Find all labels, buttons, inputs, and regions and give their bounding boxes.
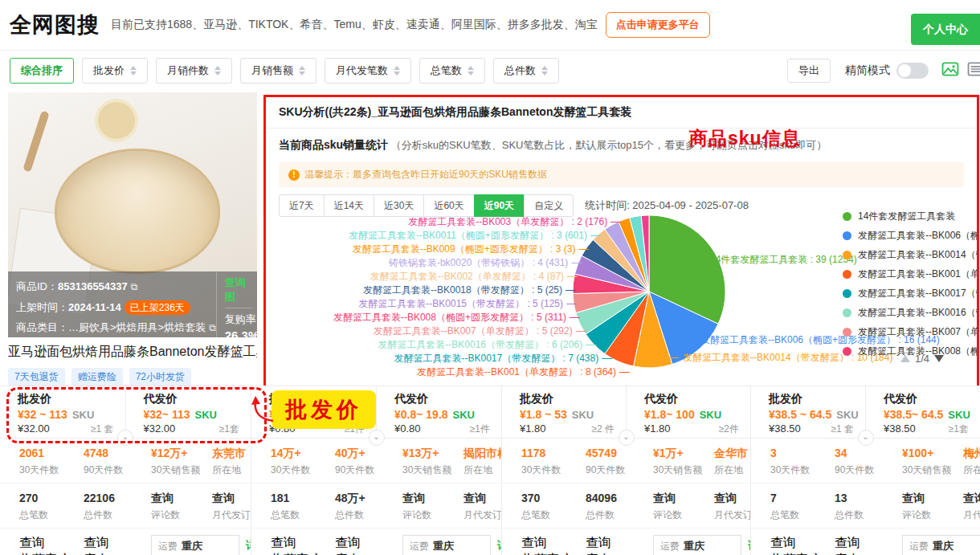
sort-tab-月代发笔数[interactable]: 月代发笔数 bbox=[325, 58, 411, 84]
copy-icon[interactable]: ⧉ bbox=[209, 318, 216, 337]
expand-chevron-button[interactable]: ⌄ bbox=[858, 430, 874, 446]
stat-value[interactable]: 查询 bbox=[835, 535, 902, 552]
pie-label-leader bbox=[602, 358, 612, 359]
stat-value[interactable]: 查询 bbox=[19, 535, 84, 552]
sku-link[interactable]: SKU bbox=[948, 409, 970, 421]
date-tab-近14天[interactable]: 近14天 bbox=[324, 194, 374, 217]
stat-value[interactable]: 查询 bbox=[335, 535, 402, 552]
date-tab-近7天[interactable]: 近7天 bbox=[279, 194, 325, 217]
sort-tab-月销件数[interactable]: 月销件数 bbox=[156, 58, 232, 84]
freight-input[interactable]: 运费重庆 bbox=[653, 535, 741, 555]
stat-label: 90天件数 bbox=[84, 463, 151, 477]
category-value: …厨饮具>烘焙用具>烘焙套装 bbox=[68, 321, 206, 333]
legend-item[interactable]: 发酵篮工具套装--BK006（椭圆+圆形发酵篮） bbox=[843, 229, 979, 243]
stats-row-actions: 查询收藏客户查询库存运费重庆批发查询详情代发查询 bbox=[0, 528, 251, 555]
stat-label: 评论数 bbox=[653, 508, 714, 522]
sort-tab-总笔数[interactable]: 总笔数 bbox=[419, 58, 485, 84]
product-column: 批发价¥38.5 ~ 64.5SKU¥38.50≥1 套代发价¥38.5~ 64… bbox=[750, 386, 980, 555]
freight-input[interactable]: 运费重庆 bbox=[902, 535, 980, 555]
legend-page-up-icon[interactable] bbox=[900, 355, 910, 362]
stat-cell: 查询月代发订单 bbox=[963, 491, 980, 522]
stat-value[interactable]: 查询 bbox=[402, 491, 463, 505]
expand-chevron-button[interactable]: ⌄ bbox=[117, 430, 133, 446]
stat-cell: 查询收藏客户 bbox=[770, 535, 835, 555]
pie-label-leader bbox=[666, 357, 679, 358]
expand-chevron-button[interactable]: ⌄ bbox=[369, 430, 385, 446]
stat-value[interactable]: 查询 bbox=[963, 491, 980, 505]
freight-cell: 运费重庆批发查询 bbox=[653, 535, 748, 555]
stat-value[interactable]: 查询 bbox=[271, 535, 335, 552]
query-image-link[interactable]: 查询图 bbox=[225, 275, 253, 308]
stat-value[interactable]: 查询 bbox=[151, 491, 212, 505]
sort-tab-批发价[interactable]: 批发价 bbox=[82, 58, 148, 84]
legend-label: 发酵篮工具套装--BK0016（带发酵篮） bbox=[858, 306, 979, 320]
sku-link[interactable]: SKU bbox=[453, 409, 475, 421]
stat-value[interactable]: 查询 bbox=[902, 491, 963, 505]
pie-label-text: 发酵篮工具套装--BK0015（带发酵篮） : 5 (125) bbox=[358, 298, 563, 309]
stat-value: 东莞市 bbox=[212, 446, 251, 460]
sku-link[interactable]: SKU bbox=[572, 409, 594, 421]
date-tab-近90天[interactable]: 近90天 bbox=[474, 194, 525, 217]
legend-item[interactable]: 发酵篮工具套装--BK0016（带发酵篮） bbox=[843, 306, 979, 320]
sku-link[interactable]: SKU bbox=[72, 409, 94, 421]
sort-tab-综合排序[interactable]: 综合排序 bbox=[10, 58, 74, 84]
image-view-icon[interactable] bbox=[941, 62, 959, 80]
price-range: ¥1.8 ~ 53SKU bbox=[520, 408, 626, 421]
legend-item[interactable]: 发酵篮工具套装--BK0014（带发酵篮） bbox=[843, 248, 979, 262]
stat-cell: 查询评论数 bbox=[653, 491, 714, 522]
supported-platforms-text: 目前已支持1688、亚马逊、TIKTOK、希音、Temu、虾皮、速卖通、阿里国际… bbox=[111, 18, 598, 32]
date-tab-自定义[interactable]: 自定义 bbox=[524, 194, 574, 217]
expand-chevron-button[interactable]: ⌄ bbox=[619, 430, 635, 446]
sku-link[interactable]: SKU bbox=[836, 409, 858, 421]
stat-value[interactable]: 查询 bbox=[653, 491, 714, 505]
stat-value[interactable]: 查询 bbox=[84, 535, 151, 552]
stat-label: 90天件数 bbox=[835, 463, 902, 477]
price-range-value: ¥0.8~ 19.8 bbox=[394, 408, 448, 421]
pie-label-text: 发酵篮工具套装--BK009（椭圆+圆形发酵篮） : 3 (3) bbox=[353, 243, 576, 255]
sort-tab-月销售额[interactable]: 月销售额 bbox=[240, 58, 316, 84]
copy-icon[interactable]: ⧉ bbox=[131, 277, 138, 297]
freight-input[interactable]: 运费重庆 bbox=[402, 535, 491, 555]
min-price: ¥32.00 bbox=[144, 422, 176, 436]
simple-mode-toggle[interactable] bbox=[896, 63, 929, 79]
product-image[interactable]: 商品ID：853136554337⧉ 上架时间：2024-11-14已上架236… bbox=[8, 92, 257, 337]
freight-prefix: 运费 bbox=[909, 540, 929, 553]
legend-page-down-icon[interactable] bbox=[934, 355, 944, 362]
stat-label: 收藏客户 bbox=[770, 552, 835, 555]
sku-link[interactable]: SKU bbox=[195, 409, 217, 421]
legend-item[interactable]: 14件套发酵篮工具套装 bbox=[843, 210, 955, 223]
sort-caret-icon bbox=[468, 66, 474, 75]
personal-center-button[interactable]: 个人中心 bbox=[911, 14, 980, 45]
product-title[interactable]: 亚马逊面包烘焙用品藤条Banneton发酵篮工具… bbox=[8, 344, 257, 361]
list-view-icon[interactable] bbox=[967, 62, 980, 80]
stat-cell: 梅州市所在地 bbox=[963, 446, 980, 477]
stat-label: 收藏客户 bbox=[521, 552, 586, 555]
stat-value: 181 bbox=[271, 491, 335, 505]
product-tag: 7天包退货 bbox=[8, 368, 65, 386]
export-button[interactable]: 导出 bbox=[787, 59, 831, 83]
stat-value: ¥1万+ bbox=[653, 446, 714, 460]
legend-item[interactable]: 发酵篮工具套装--BK001（单发酵篮） bbox=[843, 267, 979, 281]
wholesale-price-callout: 批发价 bbox=[272, 390, 376, 429]
stat-label: 收藏客户 bbox=[271, 552, 335, 555]
product-id-row: 商品ID：853136554337⧉ bbox=[16, 276, 216, 297]
sku-link[interactable]: SKU bbox=[700, 409, 721, 421]
stat-value[interactable]: 查询 bbox=[586, 535, 653, 552]
legend-item[interactable]: 发酵篮工具套装--BK0017（带发酵篮） bbox=[843, 287, 979, 300]
legend-label: 发酵篮工具套装--BK006（椭圆+圆形发酵篮） bbox=[858, 229, 979, 243]
pie-label-left: 发酵篮工具套装--BK002（单发酵篮） : 4 (87) bbox=[370, 270, 578, 284]
stat-cell: ¥100+30天销售额 bbox=[902, 446, 963, 477]
date-tab-近60天[interactable]: 近60天 bbox=[423, 194, 474, 217]
stat-value[interactable]: 查询 bbox=[521, 535, 586, 552]
freight-input[interactable]: 运费重庆 bbox=[151, 535, 239, 555]
stat-label: 30天销售额 bbox=[902, 463, 963, 477]
sort-tab-总件数[interactable]: 总件数 bbox=[493, 58, 559, 84]
legend-item[interactable]: 发酵篮工具套装--BK007（单发酵篮） bbox=[843, 325, 979, 339]
stat-value[interactable]: 查询 bbox=[770, 535, 835, 552]
sort-tab-label: 总笔数 bbox=[431, 63, 462, 78]
stat-label: 月代发订单 bbox=[963, 508, 980, 522]
pie-label-text: 发酵篮工具套装--BK0018（带发酵篮） : 5 (25) bbox=[363, 284, 562, 296]
pie-label-leader bbox=[567, 276, 578, 277]
date-tab-近30天[interactable]: 近30天 bbox=[374, 194, 424, 217]
apply-more-platforms-button[interactable]: 点击申请更多平台 bbox=[606, 12, 710, 38]
